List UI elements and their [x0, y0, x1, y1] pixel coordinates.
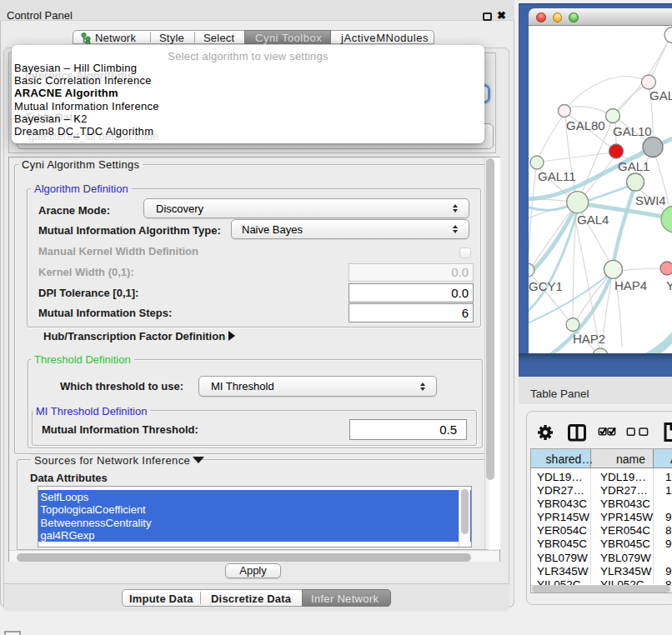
- svg-text:GAL1: GAL1: [618, 159, 649, 173]
- svg-text:GAL4: GAL4: [577, 212, 609, 227]
- svg-text:GCY1: GCY1: [529, 279, 563, 293]
- svg-text:GAL80: GAL80: [566, 118, 605, 132]
- svg-text:GAL11: GAL11: [538, 169, 576, 183]
- svg-text:SWI4: SWI4: [635, 193, 666, 208]
- svg-text:HAP4: HAP4: [614, 278, 647, 292]
- svg-text:HAP2: HAP2: [573, 332, 605, 346]
- svg-text:Y: Y: [666, 278, 672, 292]
- svg-text:GAL: GAL: [649, 88, 672, 102]
- svg-text:GAL10: GAL10: [613, 124, 652, 138]
